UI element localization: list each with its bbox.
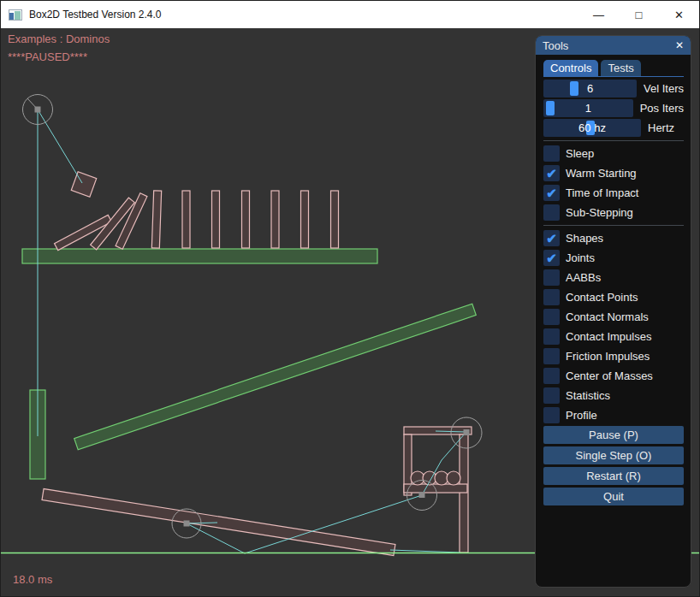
- pendulum-bob: [71, 172, 96, 197]
- window-controls: — □ ✕: [578, 1, 699, 28]
- example-label: Examples : Dominos: [8, 33, 110, 45]
- slider-section: 6Vel Iters1Pos Iters60 hzHertz: [543, 80, 684, 137]
- checkbox-aabbs[interactable]: AABBs: [543, 269, 684, 287]
- button-pause-p[interactable]: Pause (P): [543, 426, 684, 444]
- checkmark-icon: ✔: [546, 232, 557, 245]
- slider-value: 6: [543, 80, 637, 98]
- window-titlebar: Box2D Testbed Version 2.4.0 — □ ✕: [1, 1, 699, 28]
- checkbox-box[interactable]: ✔: [543, 185, 560, 201]
- checkbox-box[interactable]: ✔: [543, 165, 560, 181]
- checkbox-label: Shapes: [566, 232, 603, 245]
- checkbox-box[interactable]: [543, 387, 560, 404]
- simulation-canvas[interactable]: Examples : Dominos ****PAUSED**** 18.0 m…: [1, 28, 700, 597]
- separator: [543, 225, 684, 226]
- slider-vel-iters[interactable]: 6: [543, 80, 637, 98]
- frame-time-label: 18.0 ms: [13, 573, 52, 586]
- tools-panel-titlebar[interactable]: Tools ✕: [536, 36, 691, 55]
- checkbox-box[interactable]: ✔: [543, 230, 560, 246]
- checkbox-contact-normals[interactable]: Contact Normals: [543, 308, 684, 326]
- joint-anchor: [464, 429, 470, 435]
- joint-line: [390, 550, 460, 553]
- checkbox-label: Joints: [566, 251, 595, 264]
- checkbox-box[interactable]: [543, 269, 560, 286]
- slider-row-hertz: 60 hzHertz: [543, 119, 684, 137]
- checkbox-contact-impulses[interactable]: Contact Impulses: [543, 328, 684, 346]
- separator: [543, 140, 684, 141]
- maximize-icon[interactable]: □: [619, 1, 659, 28]
- tools-panel-body: ControlsTests 6Vel Iters1Pos Iters60 hzH…: [536, 55, 691, 505]
- checkbox-joints[interactable]: ✔Joints: [543, 249, 684, 267]
- slider-hertz[interactable]: 60 hz: [543, 119, 641, 137]
- checkbox-box[interactable]: [543, 309, 560, 325]
- joint-line: [38, 109, 82, 183]
- checkbox-label: Profile: [566, 409, 597, 422]
- button-single-step-o[interactable]: Single Step (O): [543, 446, 684, 464]
- slider-value: 1: [543, 99, 633, 117]
- slider-label: Vel Iters: [644, 82, 684, 95]
- checkbox-warm-starting[interactable]: ✔Warm Starting: [543, 164, 684, 182]
- domino: [331, 191, 339, 248]
- checkbox-label: Statistics: [566, 389, 610, 402]
- panel-close-icon[interactable]: ✕: [675, 39, 684, 51]
- checkbox-sleep[interactable]: Sleep: [543, 145, 684, 163]
- domino: [182, 191, 190, 248]
- checkbox-box[interactable]: ✔: [543, 250, 560, 266]
- frame-top-bar: [404, 427, 472, 434]
- checkbox-time-of-impact[interactable]: ✔Time of Impact: [543, 184, 684, 202]
- domino-shelf: [22, 249, 377, 263]
- checkbox-box[interactable]: [543, 407, 560, 423]
- checkmark-icon: ✔: [546, 167, 557, 180]
- checkbox-label: AABBs: [566, 271, 601, 284]
- domino: [301, 191, 309, 248]
- domino: [151, 191, 161, 248]
- checkbox-label: Contact Normals: [566, 310, 649, 323]
- app-icon: [9, 9, 22, 21]
- checkbox-label: Sleep: [566, 147, 594, 160]
- domino: [271, 191, 279, 248]
- minimize-icon[interactable]: —: [578, 1, 619, 28]
- checkbox-label: Sub-Stepping: [566, 206, 633, 219]
- slider-label: Pos Iters: [640, 102, 684, 115]
- checkbox-label: Contact Impulses: [566, 330, 651, 343]
- window-title: Box2D Testbed Version 2.4.0: [29, 9, 162, 21]
- checkbox-box[interactable]: [543, 145, 560, 162]
- checkbox-center-of-masses[interactable]: Center of Masses: [543, 367, 684, 385]
- tools-panel: Tools ✕ ControlsTests 6Vel Iters1Pos Ite…: [535, 35, 691, 588]
- joint-anchor: [35, 107, 41, 113]
- paused-label: ****PAUSED****: [8, 50, 87, 63]
- button-quit[interactable]: Quit: [543, 488, 684, 505]
- checkbox-friction-impulses[interactable]: Friction Impulses: [543, 347, 684, 365]
- close-icon[interactable]: ✕: [659, 1, 699, 28]
- tools-panel-title: Tools: [543, 39, 568, 52]
- checkbox-contact-points[interactable]: Contact Points: [543, 288, 684, 306]
- tab-controls[interactable]: Controls: [543, 60, 598, 76]
- joint-anchor: [184, 521, 190, 527]
- app-window: Box2D Testbed Version 2.4.0 — □ ✕: [0, 0, 700, 597]
- checkbox-sub-stepping[interactable]: Sub-Stepping: [543, 204, 684, 222]
- checkbox-label: Center of Masses: [566, 369, 653, 382]
- checkbox-section: Sleep✔Warm Starting✔Time of ImpactSub-St…: [543, 140, 684, 424]
- checkmark-icon: ✔: [546, 251, 557, 264]
- checkbox-box[interactable]: [543, 289, 560, 305]
- checkbox-shapes[interactable]: ✔Shapes: [543, 229, 684, 247]
- checkbox-label: Time of Impact: [566, 186, 638, 199]
- checkbox-profile[interactable]: Profile: [543, 406, 684, 424]
- button-restart-r[interactable]: Restart (R): [543, 467, 684, 485]
- domino: [212, 191, 220, 248]
- domino: [242, 191, 250, 248]
- checkbox-box[interactable]: [543, 348, 560, 364]
- button-section: Pause (P)Single Step (O)Restart (R)Quit: [543, 426, 684, 505]
- slider-pos-iters[interactable]: 1: [543, 99, 633, 117]
- slider-row-vel-iters: 6Vel Iters: [543, 80, 684, 98]
- slider-value: 60 hz: [543, 119, 641, 137]
- checkbox-label: Warm Starting: [566, 167, 637, 180]
- checkbox-box[interactable]: [543, 204, 560, 221]
- checkbox-box[interactable]: [543, 328, 560, 345]
- tab-tests[interactable]: Tests: [601, 60, 640, 76]
- checkbox-box[interactable]: [543, 368, 560, 384]
- seesaw-plank: [42, 489, 395, 556]
- checkbox-statistics[interactable]: Statistics: [543, 387, 684, 405]
- joint-anchor: [419, 492, 425, 498]
- checkbox-label: Friction Impulses: [566, 350, 650, 363]
- tab-bar: ControlsTests: [543, 60, 684, 77]
